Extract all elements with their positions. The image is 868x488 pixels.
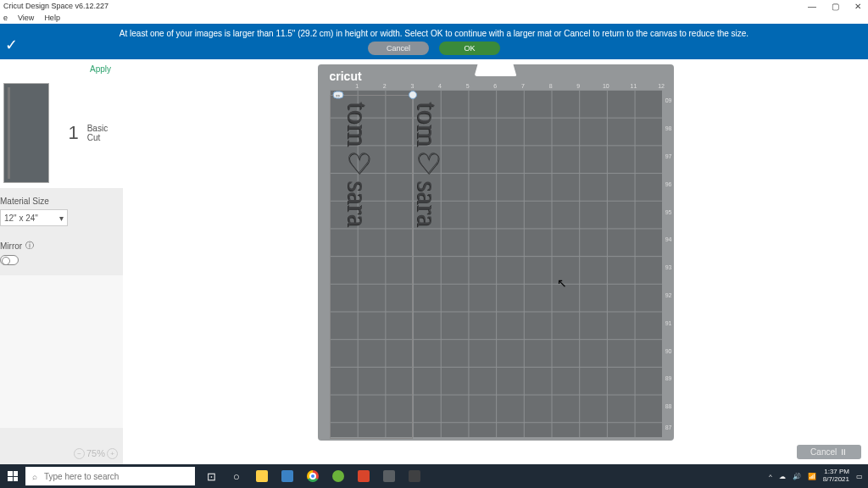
ruler-tick: 92	[665, 291, 672, 297]
ruler-tick: 94	[665, 236, 672, 242]
notifications-icon[interactable]: ▭	[856, 473, 863, 480]
tray-caret-icon[interactable]: ^	[769, 473, 772, 480]
ruler-tick: 09	[665, 97, 672, 103]
tray-cloud-icon[interactable]: ☁	[779, 473, 786, 480]
taskbar-app-cortana[interactable]: ○	[224, 464, 249, 488]
search-placeholder: Type here to search	[44, 472, 119, 481]
zoom-value: 75%	[86, 448, 105, 458]
cancel-button[interactable]: Cancel	[368, 42, 429, 55]
cancel-chip-label: Cancel ⏸	[810, 447, 848, 457]
chevron-down-icon: ▾	[59, 214, 64, 223]
ruler-tick: 3	[410, 83, 414, 89]
warning-message: At least one of your images is larger th…	[0, 24, 868, 38]
ruler-tick: 9	[576, 83, 580, 89]
mat-thumbnail-row: 1 Basic Cut	[0, 78, 123, 188]
ruler-tick: 87	[665, 424, 672, 430]
ruler-tick: 93	[665, 264, 672, 270]
menu-item-file[interactable]: e	[3, 14, 8, 22]
mirror-label: Mirror	[0, 241, 22, 251]
taskbar-app-red[interactable]	[351, 464, 376, 488]
start-button[interactable]	[0, 471, 25, 481]
left-panel: Apply 1 Basic Cut Material Size 12" x 24…	[0, 59, 123, 464]
zoom-out-button[interactable]: −	[74, 448, 85, 459]
mat-brand: cricut	[330, 69, 362, 83]
ok-button[interactable]: OK	[439, 42, 500, 55]
tray-volume-icon[interactable]: 🔊	[793, 473, 801, 480]
taskbar-search[interactable]: ⌕ Type here to search	[25, 467, 195, 485]
ruler-tick: 91	[665, 319, 672, 325]
mirror-toggle[interactable]	[0, 255, 19, 265]
taskbar-app-cricut[interactable]	[402, 464, 427, 488]
ruler-tick: 98	[665, 125, 672, 131]
system-tray: ^ ☁ 🔊 📶 1:37 PM 8/7/2021 ▭	[769, 469, 868, 484]
ruler-tick: 2	[383, 83, 387, 89]
ruler-tick: 11	[631, 83, 637, 89]
ruler-tick: 95	[665, 208, 672, 214]
material-size-value: 12" x 24"	[4, 214, 38, 223]
check-icon: ✓	[5, 36, 18, 54]
ruler-tick: 5	[466, 83, 470, 89]
ruler-tick: 96	[665, 180, 672, 186]
menu-bar: e View Help	[0, 12, 868, 24]
taskbar-app-gray[interactable]	[376, 464, 402, 488]
ruler-tick: 97	[665, 152, 672, 158]
zoom-in-button[interactable]: +	[107, 448, 118, 459]
taskbar-app-green[interactable]	[326, 464, 351, 488]
info-icon[interactable]: ⓘ	[25, 240, 34, 252]
taskbar-app-mail[interactable]	[275, 464, 300, 488]
ruler-tick: 89	[665, 375, 672, 381]
ruler-vertical: 09 98 97 96 95 94 93 92 91 90 89 88 87	[662, 90, 672, 437]
cancel-chip[interactable]: Cancel ⏸	[797, 445, 861, 459]
search-icon: ⌕	[32, 472, 37, 481]
mat-thumbnail[interactable]	[3, 83, 49, 183]
design-shape-b[interactable]: tom♡sara	[413, 102, 442, 227]
mat-tab	[475, 64, 517, 76]
menu-item-help[interactable]: Help	[44, 14, 60, 22]
minimize-icon[interactable]: —	[808, 2, 816, 11]
taskbar: ⌕ Type here to search ⊡ ○ ^ ☁ 🔊 📶 1:37 P…	[0, 464, 868, 488]
menu-item-view[interactable]: View	[18, 14, 34, 22]
taskbar-app-explorer[interactable]	[249, 464, 275, 488]
material-size-label: Material Size	[0, 188, 123, 209]
ruler-tick: 4	[438, 83, 442, 89]
ruler-tick: 12	[658, 83, 665, 89]
resize-handle-tr[interactable]	[409, 91, 417, 99]
apply-button[interactable]: Apply	[90, 64, 111, 74]
ruler-horizontal: 1 2 3 4 5 6 7 8 9 10 11 12	[330, 83, 667, 90]
task-view-icon[interactable]: ⊡	[198, 464, 224, 488]
ruler-tick: 7	[521, 83, 525, 89]
cutting-mat[interactable]: cricut 1 2 3 4 5 6 7 8 9 10 11 12 09 98 …	[318, 64, 674, 441]
cut-type-label: Basic Cut	[87, 124, 123, 142]
design-shape-a[interactable]: tom♡sara	[343, 102, 372, 227]
blank-area	[0, 275, 123, 428]
ruler-tick: 6	[493, 83, 497, 89]
window-titlebar: Cricut Design Space v6.12.227 — ▢ ✕	[0, 0, 868, 12]
zoom-controls: − 75% +	[0, 442, 123, 464]
taskbar-app-chrome[interactable]	[300, 464, 326, 488]
mirror-row: Mirror ⓘ	[0, 240, 123, 252]
warning-banner: ✓ At least one of your images is larger …	[0, 24, 868, 59]
tray-wifi-icon[interactable]: 📶	[808, 473, 816, 480]
material-size-select[interactable]: 12" x 24" ▾	[0, 209, 68, 226]
clock-date: 8/7/2021	[823, 476, 849, 484]
mat-number: 1	[68, 122, 78, 144]
ruler-tick: 90	[665, 347, 672, 353]
rotate-handle[interactable]: ⇔	[332, 92, 343, 99]
ruler-tick: 8	[549, 83, 553, 89]
ruler-tick: 10	[603, 83, 609, 89]
ruler-tick: 1	[355, 83, 359, 89]
app-title: Cricut Design Space v6.12.227	[3, 2, 108, 10]
ruler-tick: 88	[665, 403, 672, 409]
close-icon[interactable]: ✕	[854, 2, 861, 11]
windows-icon	[8, 471, 18, 481]
maximize-icon[interactable]: ▢	[832, 2, 839, 11]
canvas-area: cricut 1 2 3 4 5 6 7 8 9 10 11 12 09 98 …	[123, 59, 868, 464]
taskbar-clock[interactable]: 1:37 PM 8/7/2021	[823, 469, 849, 484]
